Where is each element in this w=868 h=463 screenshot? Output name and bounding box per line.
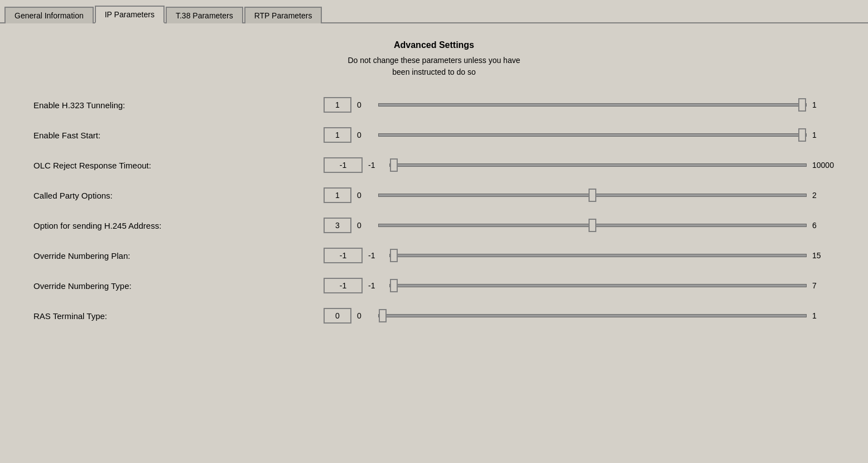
param-row-h323-tunneling: Enable H.323 Tunneling:101	[33, 95, 835, 115]
param-controls-h245-address: 306	[324, 218, 835, 233]
slider-h245-address[interactable]	[378, 224, 807, 227]
value-box-fast-start[interactable]: 1	[324, 127, 351, 143]
param-controls-ras-terminal: 001	[324, 308, 835, 324]
section-subtitle: Do not change these parameters unless yo…	[33, 55, 835, 78]
param-row-olc-timeout: OLC Reject Response Timeout:-1-110000	[33, 155, 835, 175]
range-max-h245-address: 6	[812, 221, 835, 230]
slider-numbering-plan[interactable]	[389, 254, 807, 257]
param-controls-numbering-type: -1-17	[324, 278, 835, 293]
param-controls-numbering-plan: -1-115	[324, 248, 835, 263]
range-min-numbering-plan: -1	[368, 251, 384, 260]
section-title: Advanced Settings	[33, 40, 835, 50]
slider-olc-timeout[interactable]	[389, 163, 807, 167]
param-row-numbering-plan: Override Numbering Plan:-1-115	[33, 245, 835, 266]
param-row-fast-start: Enable Fast Start:101	[33, 125, 835, 145]
value-box-h323-tunneling[interactable]: 1	[324, 97, 351, 113]
params-container: Enable H.323 Tunneling:101Enable Fast St…	[33, 95, 835, 326]
value-box-ras-terminal[interactable]: 0	[324, 308, 351, 324]
range-max-numbering-type: 7	[812, 281, 835, 290]
slider-ras-terminal[interactable]	[378, 314, 807, 317]
range-min-ras-terminal: 0	[357, 311, 373, 320]
range-max-ras-terminal: 1	[812, 311, 835, 320]
param-controls-olc-timeout: -1-110000	[324, 157, 835, 173]
slider-fast-start[interactable]	[378, 133, 807, 137]
main-container: General Information IP Parameters T.38 P…	[0, 0, 868, 463]
range-min-numbering-type: -1	[368, 281, 384, 290]
range-max-numbering-plan: 15	[812, 251, 835, 260]
tab-ip-parameters[interactable]: IP Parameters	[95, 6, 165, 23]
param-label-ras-terminal: RAS Terminal Type:	[33, 311, 324, 321]
range-max-h323-tunneling: 1	[812, 100, 835, 109]
param-row-h245-address: Option for sending H.245 Address:306	[33, 215, 835, 235]
range-min-h245-address: 0	[357, 221, 373, 230]
slider-called-party[interactable]	[378, 194, 807, 197]
param-row-ras-terminal: RAS Terminal Type:001	[33, 306, 835, 326]
tab-rtp-parameters[interactable]: RTP Parameters	[244, 7, 322, 23]
param-controls-called-party: 102	[324, 187, 835, 203]
range-max-fast-start: 1	[812, 131, 835, 139]
param-label-h323-tunneling: Enable H.323 Tunneling:	[33, 100, 324, 110]
slider-h323-tunneling[interactable]	[378, 103, 807, 107]
param-label-numbering-plan: Override Numbering Plan:	[33, 251, 324, 261]
param-row-called-party: Called Party Options:102	[33, 185, 835, 205]
param-label-numbering-type: Override Numbering Type:	[33, 281, 324, 291]
tab-t38-parameters[interactable]: T.38 Parameters	[166, 7, 243, 23]
range-min-h323-tunneling: 0	[357, 100, 373, 109]
param-controls-h323-tunneling: 101	[324, 97, 835, 113]
range-max-called-party: 2	[812, 191, 835, 200]
range-min-olc-timeout: -1	[368, 161, 384, 170]
param-label-called-party: Called Party Options:	[33, 191, 324, 200]
value-box-h245-address[interactable]: 3	[324, 218, 351, 233]
param-label-fast-start: Enable Fast Start:	[33, 131, 324, 140]
param-label-olc-timeout: OLC Reject Response Timeout:	[33, 161, 324, 170]
value-box-numbering-plan[interactable]: -1	[324, 248, 363, 263]
range-min-called-party: 0	[357, 191, 373, 200]
value-box-called-party[interactable]: 1	[324, 187, 351, 203]
value-box-numbering-type[interactable]: -1	[324, 278, 363, 293]
content-area: Advanced Settings Do not change these pa…	[0, 23, 868, 353]
slider-numbering-type[interactable]	[389, 284, 807, 287]
param-label-h245-address: Option for sending H.245 Address:	[33, 221, 324, 230]
range-max-olc-timeout: 10000	[812, 161, 835, 170]
value-box-olc-timeout[interactable]: -1	[324, 157, 363, 173]
tab-general-information[interactable]: General Information	[4, 7, 94, 23]
param-controls-fast-start: 101	[324, 127, 835, 143]
tab-bar: General Information IP Parameters T.38 P…	[0, 0, 868, 23]
param-row-numbering-type: Override Numbering Type:-1-17	[33, 276, 835, 296]
range-min-fast-start: 0	[357, 131, 373, 139]
